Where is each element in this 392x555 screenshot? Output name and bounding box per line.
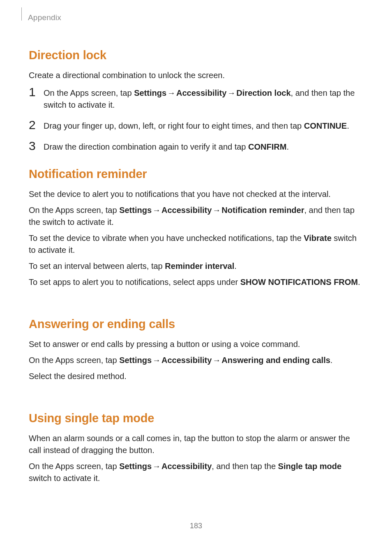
text-fragment: Drag your finger up, down, left, or righ… [44,121,304,130]
direction-lock-intro: Create a directional combination to unlo… [29,69,363,81]
arrow-icon: → [152,460,161,472]
arrow-icon: → [166,87,176,99]
nr-p1: Set the device to alert you to notificat… [29,188,363,200]
stm-p2: On the Apps screen, tap Settings→Accessi… [29,460,363,484]
bold-accessibility: Accessibility [161,462,212,471]
text-fragment: On the Apps screen, tap [44,88,134,97]
text-fragment: . [358,278,360,287]
text-fragment: . [234,261,237,271]
step-number: 2 [29,116,35,134]
heading-direction-lock: Direction lock [29,46,363,64]
arrow-icon: → [152,354,161,366]
text-fragment: switch to activate it. [29,474,100,483]
list-item: 1 On the Apps screen, tap Settings→Acces… [29,87,363,111]
header: Appendix [29,0,363,23]
step-text: On the Apps screen, tap Settings→Accessi… [44,88,355,109]
heading-notification-reminder: Notification reminder [29,165,363,183]
text-fragment: Draw the direction combination again to … [44,142,248,151]
step-number: 3 [29,137,35,155]
bold-show-notifications-from: SHOW NOTIFICATIONS FROM [240,278,358,287]
step-text: Drag your finger up, down, left, or righ… [44,121,349,130]
bold-notification-reminder: Notification reminder [221,206,304,215]
ans-p3: Select the desired method. [29,370,363,382]
heading-single-tap-mode: Using single tap mode [29,409,363,427]
arrow-icon: → [212,354,221,366]
stm-p1: When an alarm sounds or a call comes in,… [29,432,363,456]
ans-p2: On the Apps screen, tap Settings→Accessi… [29,354,363,366]
page: Appendix Direction lock Create a directi… [0,0,392,555]
bold-confirm: CONFIRM [248,142,286,151]
bold-accessibility: Accessibility [161,206,212,215]
bold-single-tap-mode: Single tap mode [278,462,341,471]
text-fragment: To set apps to alert you to notification… [29,278,240,287]
text-fragment: To set the device to vibrate when you ha… [29,234,304,243]
bold-accessibility: Accessibility [161,356,212,365]
nr-p5: To set apps to alert you to notification… [29,276,363,288]
step-text: Draw the direction combination again to … [44,142,289,151]
text-fragment: . [347,121,349,130]
bold-reminder-interval: Reminder interval [165,261,234,271]
text-fragment: On the Apps screen, tap [29,356,119,365]
direction-lock-steps: 1 On the Apps screen, tap Settings→Acces… [29,87,363,153]
step-number: 1 [29,83,35,101]
text-fragment: To set an interval between alerts, tap [29,261,165,271]
bold-answering-ending-calls: Answering and ending calls [221,356,330,365]
bold-continue: CONTINUE [304,121,347,130]
arrow-icon: → [212,204,221,216]
text-fragment: , and then tap the [212,462,278,471]
bold-settings: Settings [119,462,152,471]
list-item: 2 Drag your finger up, down, left, or ri… [29,120,363,132]
nr-p4: To set an interval between alerts, tap R… [29,260,363,272]
text-fragment: . [286,142,289,151]
nr-p3: To set the device to vibrate when you ha… [29,232,363,256]
bold-settings: Settings [134,88,166,97]
arrow-icon: → [226,87,236,99]
header-section-label: Appendix [28,13,61,22]
nr-p2: On the Apps screen, tap Settings→Accessi… [29,204,363,228]
page-number: 183 [0,520,392,531]
text-fragment: On the Apps screen, tap [29,206,119,215]
bold-vibrate: Vibrate [304,234,331,243]
text-fragment: . [330,356,333,365]
heading-answering-calls: Answering or ending calls [29,315,363,333]
ans-p1: Set to answer or end calls by pressing a… [29,338,363,350]
bold-direction-lock: Direction lock [236,88,291,97]
arrow-icon: → [152,204,161,216]
text-fragment: On the Apps screen, tap [29,462,119,471]
bold-settings: Settings [119,206,152,215]
bold-accessibility: Accessibility [176,88,226,97]
header-rule [21,7,22,21]
list-item: 3 Draw the direction combination again t… [29,141,363,153]
bold-settings: Settings [119,356,152,365]
